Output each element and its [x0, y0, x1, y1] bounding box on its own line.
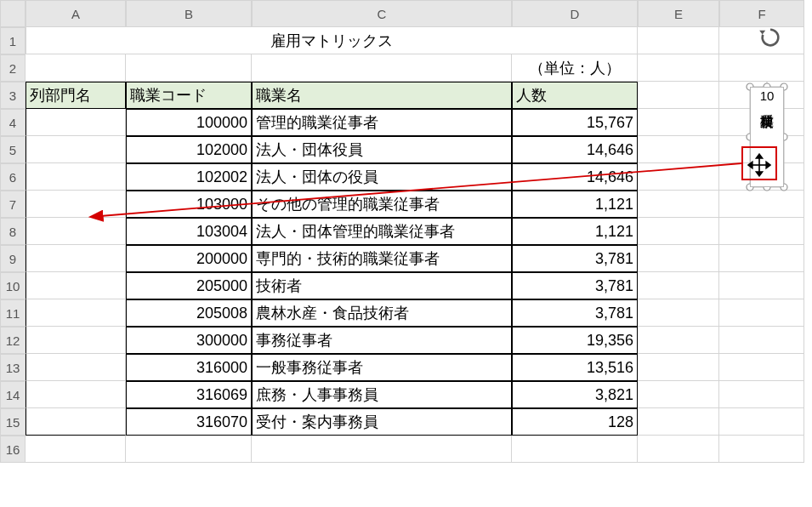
- row-header-13[interactable]: 13: [0, 354, 26, 381]
- cell-E3[interactable]: [638, 82, 719, 109]
- cell-B13[interactable]: 316000: [126, 354, 252, 381]
- header-job-name[interactable]: 職業名: [252, 82, 512, 109]
- cell-F16[interactable]: [719, 436, 804, 463]
- cell-E9[interactable]: [638, 245, 719, 272]
- col-header-C[interactable]: C: [252, 0, 512, 27]
- cell-C10[interactable]: 技術者: [252, 272, 512, 299]
- cell-A15[interactable]: [26, 408, 126, 436]
- header-job-code[interactable]: 職業コード: [126, 82, 252, 109]
- cell-F10[interactable]: [719, 272, 804, 299]
- cell-E8[interactable]: [638, 218, 719, 245]
- col-header-E[interactable]: E: [638, 0, 719, 27]
- cell-C6[interactable]: 法人・団体の役員: [252, 163, 512, 191]
- cell-E14[interactable]: [638, 381, 719, 408]
- cell-B4[interactable]: 100000: [126, 109, 252, 136]
- cell-B12[interactable]: 300000: [126, 327, 252, 354]
- cell-C2[interactable]: [252, 54, 512, 82]
- cell-A7[interactable]: [26, 191, 126, 218]
- col-header-D[interactable]: D: [512, 0, 638, 27]
- cell-A12[interactable]: [26, 327, 126, 354]
- cell-D13[interactable]: 13,516: [512, 354, 638, 381]
- row-header-14[interactable]: 14: [0, 381, 26, 408]
- row-header-2[interactable]: 2: [0, 54, 26, 82]
- cell-B6[interactable]: 102002: [126, 163, 252, 191]
- row-header-9[interactable]: 9: [0, 245, 26, 272]
- cell-C15[interactable]: 受付・案内事務員: [252, 408, 512, 436]
- col-header-F[interactable]: F: [719, 0, 804, 27]
- cell-A14[interactable]: [26, 381, 126, 408]
- cell-D6[interactable]: 14,646: [512, 163, 638, 191]
- cell-A9[interactable]: [26, 245, 126, 272]
- row-header-8[interactable]: 8: [0, 218, 26, 245]
- spreadsheet-grid[interactable]: A B C D E F 1 2 3 4 5 6 7 8 9 10 11 12 1…: [0, 0, 812, 463]
- cell-D12[interactable]: 19,356: [512, 327, 638, 354]
- cell-E10[interactable]: [638, 272, 719, 299]
- header-col-dept[interactable]: 列部門名: [26, 82, 126, 109]
- cell-C7[interactable]: その他の管理的職業従事者: [252, 191, 512, 218]
- cell-F12[interactable]: [719, 327, 804, 354]
- cell-C16[interactable]: [252, 436, 512, 463]
- cell-D16[interactable]: [512, 436, 638, 463]
- cell-A6[interactable]: [26, 163, 126, 191]
- cell-B8[interactable]: 103004: [126, 218, 252, 245]
- cell-F9[interactable]: [719, 245, 804, 272]
- cell-E5[interactable]: [638, 136, 719, 163]
- cell-A8[interactable]: [26, 218, 126, 245]
- cell-D14[interactable]: 3,821: [512, 381, 638, 408]
- floating-textbox[interactable]: 10 耕種農業: [745, 82, 789, 192]
- cell-F7[interactable]: [719, 191, 804, 218]
- cell-B15[interactable]: 316070: [126, 408, 252, 436]
- row-header-11[interactable]: 11: [0, 299, 26, 327]
- cell-B11[interactable]: 205008: [126, 299, 252, 327]
- textbox-content[interactable]: 10 耕種農業: [750, 87, 784, 187]
- row-header-16[interactable]: 16: [0, 436, 26, 463]
- cell-D8[interactable]: 1,121: [512, 218, 638, 245]
- cell-B10[interactable]: 205000: [126, 272, 252, 299]
- row-header-10[interactable]: 10: [0, 272, 26, 299]
- cell-E11[interactable]: [638, 299, 719, 327]
- row-header-15[interactable]: 15: [0, 408, 26, 436]
- cell-C12[interactable]: 事務従事者: [252, 327, 512, 354]
- cell-E6[interactable]: [638, 163, 719, 191]
- cell-B2[interactable]: [126, 54, 252, 82]
- unit-label-cell[interactable]: （単位：人）: [512, 54, 638, 82]
- row-header-7[interactable]: 7: [0, 191, 26, 218]
- cell-E1[interactable]: [638, 27, 719, 54]
- cell-F8[interactable]: [719, 218, 804, 245]
- cell-D15[interactable]: 128: [512, 408, 638, 436]
- cell-A16[interactable]: [26, 436, 126, 463]
- select-all-corner[interactable]: [0, 0, 26, 27]
- cell-A4[interactable]: [26, 109, 126, 136]
- cell-A13[interactable]: [26, 354, 126, 381]
- cell-D5[interactable]: 14,646: [512, 136, 638, 163]
- cell-C5[interactable]: 法人・団体役員: [252, 136, 512, 163]
- cell-B5[interactable]: 102000: [126, 136, 252, 163]
- header-count[interactable]: 人数: [512, 82, 638, 109]
- cell-B9[interactable]: 200000: [126, 245, 252, 272]
- cell-A2[interactable]: [26, 54, 126, 82]
- row-header-5[interactable]: 5: [0, 136, 26, 163]
- cell-C13[interactable]: 一般事務従事者: [252, 354, 512, 381]
- title-cell[interactable]: 雇用マトリックス: [26, 27, 638, 54]
- row-header-6[interactable]: 6: [0, 163, 26, 191]
- cell-D9[interactable]: 3,781: [512, 245, 638, 272]
- cell-D10[interactable]: 3,781: [512, 272, 638, 299]
- rotate-handle-icon[interactable]: [758, 26, 782, 49]
- cell-E2[interactable]: [638, 54, 719, 82]
- cell-E7[interactable]: [638, 191, 719, 218]
- cell-A5[interactable]: [26, 136, 126, 163]
- row-header-12[interactable]: 12: [0, 327, 26, 354]
- row-header-1[interactable]: 1: [0, 27, 26, 54]
- cell-F11[interactable]: [719, 299, 804, 327]
- row-header-4[interactable]: 4: [0, 109, 26, 136]
- cell-D11[interactable]: 3,781: [512, 299, 638, 327]
- row-header-3[interactable]: 3: [0, 82, 26, 109]
- cell-C4[interactable]: 管理的職業従事者: [252, 109, 512, 136]
- cell-E12[interactable]: [638, 327, 719, 354]
- cell-A10[interactable]: [26, 272, 126, 299]
- col-header-B[interactable]: B: [126, 0, 252, 27]
- cell-D4[interactable]: 15,767: [512, 109, 638, 136]
- cell-E15[interactable]: [638, 408, 719, 436]
- cell-F13[interactable]: [719, 354, 804, 381]
- cell-A11[interactable]: [26, 299, 126, 327]
